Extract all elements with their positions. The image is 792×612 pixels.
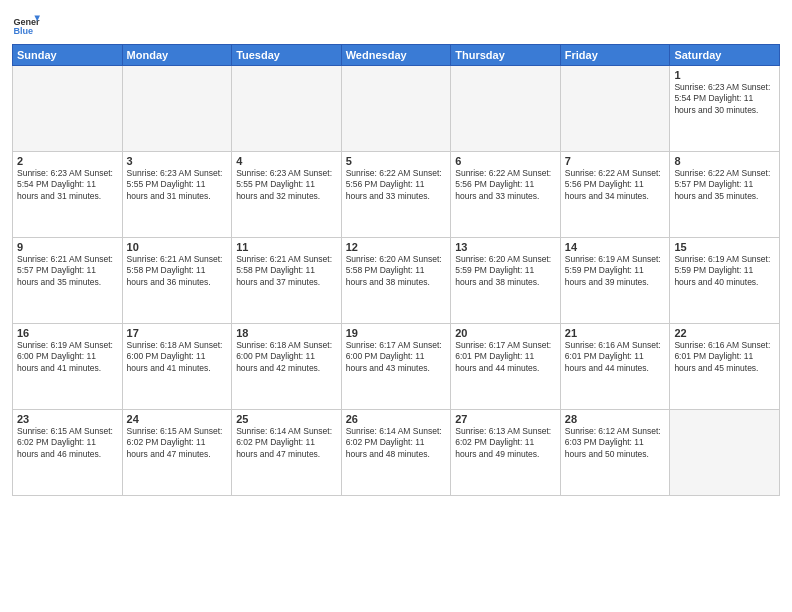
day-info: Sunrise: 6:23 AM Sunset: 5:55 PM Dayligh… <box>236 168 337 202</box>
weekday-header-row: SundayMondayTuesdayWednesdayThursdayFrid… <box>13 45 780 66</box>
calendar-cell: 23Sunrise: 6:15 AM Sunset: 6:02 PM Dayli… <box>13 410 123 496</box>
weekday-header-tuesday: Tuesday <box>232 45 342 66</box>
day-number: 9 <box>17 241 118 253</box>
svg-text:Blue: Blue <box>13 26 33 36</box>
day-info: Sunrise: 6:21 AM Sunset: 5:57 PM Dayligh… <box>17 254 118 288</box>
day-number: 13 <box>455 241 556 253</box>
day-info: Sunrise: 6:19 AM Sunset: 5:59 PM Dayligh… <box>674 254 775 288</box>
day-number: 20 <box>455 327 556 339</box>
calendar-cell: 19Sunrise: 6:17 AM Sunset: 6:00 PM Dayli… <box>341 324 451 410</box>
calendar-cell: 13Sunrise: 6:20 AM Sunset: 5:59 PM Dayli… <box>451 238 561 324</box>
day-info: Sunrise: 6:18 AM Sunset: 6:00 PM Dayligh… <box>127 340 228 374</box>
calendar-cell <box>122 66 232 152</box>
day-info: Sunrise: 6:15 AM Sunset: 6:02 PM Dayligh… <box>127 426 228 460</box>
calendar-cell: 10Sunrise: 6:21 AM Sunset: 5:58 PM Dayli… <box>122 238 232 324</box>
calendar-cell: 6Sunrise: 6:22 AM Sunset: 5:56 PM Daylig… <box>451 152 561 238</box>
day-info: Sunrise: 6:23 AM Sunset: 5:54 PM Dayligh… <box>17 168 118 202</box>
calendar-cell: 21Sunrise: 6:16 AM Sunset: 6:01 PM Dayli… <box>560 324 670 410</box>
calendar-cell <box>451 66 561 152</box>
day-info: Sunrise: 6:22 AM Sunset: 5:56 PM Dayligh… <box>565 168 666 202</box>
calendar-cell: 22Sunrise: 6:16 AM Sunset: 6:01 PM Dayli… <box>670 324 780 410</box>
day-info: Sunrise: 6:18 AM Sunset: 6:00 PM Dayligh… <box>236 340 337 374</box>
day-number: 17 <box>127 327 228 339</box>
day-number: 16 <box>17 327 118 339</box>
day-info: Sunrise: 6:19 AM Sunset: 6:00 PM Dayligh… <box>17 340 118 374</box>
day-number: 21 <box>565 327 666 339</box>
calendar-cell: 28Sunrise: 6:12 AM Sunset: 6:03 PM Dayli… <box>560 410 670 496</box>
calendar-cell: 16Sunrise: 6:19 AM Sunset: 6:00 PM Dayli… <box>13 324 123 410</box>
week-row-3: 9Sunrise: 6:21 AM Sunset: 5:57 PM Daylig… <box>13 238 780 324</box>
day-number: 12 <box>346 241 447 253</box>
day-info: Sunrise: 6:22 AM Sunset: 5:57 PM Dayligh… <box>674 168 775 202</box>
day-number: 4 <box>236 155 337 167</box>
calendar-cell: 27Sunrise: 6:13 AM Sunset: 6:02 PM Dayli… <box>451 410 561 496</box>
day-number: 26 <box>346 413 447 425</box>
calendar-cell: 7Sunrise: 6:22 AM Sunset: 5:56 PM Daylig… <box>560 152 670 238</box>
day-number: 22 <box>674 327 775 339</box>
day-info: Sunrise: 6:21 AM Sunset: 5:58 PM Dayligh… <box>127 254 228 288</box>
calendar-cell: 25Sunrise: 6:14 AM Sunset: 6:02 PM Dayli… <box>232 410 342 496</box>
day-number: 23 <box>17 413 118 425</box>
calendar-cell: 17Sunrise: 6:18 AM Sunset: 6:00 PM Dayli… <box>122 324 232 410</box>
calendar-cell <box>13 66 123 152</box>
weekday-header-friday: Friday <box>560 45 670 66</box>
day-info: Sunrise: 6:14 AM Sunset: 6:02 PM Dayligh… <box>236 426 337 460</box>
calendar-cell <box>341 66 451 152</box>
day-info: Sunrise: 6:12 AM Sunset: 6:03 PM Dayligh… <box>565 426 666 460</box>
day-info: Sunrise: 6:15 AM Sunset: 6:02 PM Dayligh… <box>17 426 118 460</box>
day-info: Sunrise: 6:21 AM Sunset: 5:58 PM Dayligh… <box>236 254 337 288</box>
day-number: 8 <box>674 155 775 167</box>
day-info: Sunrise: 6:23 AM Sunset: 5:55 PM Dayligh… <box>127 168 228 202</box>
logo: General Blue <box>12 10 40 38</box>
day-info: Sunrise: 6:16 AM Sunset: 6:01 PM Dayligh… <box>674 340 775 374</box>
header: General Blue <box>12 10 780 38</box>
day-number: 11 <box>236 241 337 253</box>
week-row-5: 23Sunrise: 6:15 AM Sunset: 6:02 PM Dayli… <box>13 410 780 496</box>
calendar-cell: 4Sunrise: 6:23 AM Sunset: 5:55 PM Daylig… <box>232 152 342 238</box>
week-row-1: 1Sunrise: 6:23 AM Sunset: 5:54 PM Daylig… <box>13 66 780 152</box>
weekday-header-sunday: Sunday <box>13 45 123 66</box>
page: General Blue SundayMondayTuesdayWednesda… <box>0 0 792 612</box>
week-row-4: 16Sunrise: 6:19 AM Sunset: 6:00 PM Dayli… <box>13 324 780 410</box>
weekday-header-wednesday: Wednesday <box>341 45 451 66</box>
weekday-header-thursday: Thursday <box>451 45 561 66</box>
calendar-cell: 14Sunrise: 6:19 AM Sunset: 5:59 PM Dayli… <box>560 238 670 324</box>
day-info: Sunrise: 6:20 AM Sunset: 5:59 PM Dayligh… <box>455 254 556 288</box>
day-info: Sunrise: 6:14 AM Sunset: 6:02 PM Dayligh… <box>346 426 447 460</box>
calendar-cell: 24Sunrise: 6:15 AM Sunset: 6:02 PM Dayli… <box>122 410 232 496</box>
day-number: 19 <box>346 327 447 339</box>
day-number: 2 <box>17 155 118 167</box>
day-number: 27 <box>455 413 556 425</box>
calendar-cell: 12Sunrise: 6:20 AM Sunset: 5:58 PM Dayli… <box>341 238 451 324</box>
day-info: Sunrise: 6:23 AM Sunset: 5:54 PM Dayligh… <box>674 82 775 116</box>
calendar-cell: 1Sunrise: 6:23 AM Sunset: 5:54 PM Daylig… <box>670 66 780 152</box>
calendar-cell <box>232 66 342 152</box>
calendar-cell <box>560 66 670 152</box>
day-info: Sunrise: 6:20 AM Sunset: 5:58 PM Dayligh… <box>346 254 447 288</box>
calendar-cell: 9Sunrise: 6:21 AM Sunset: 5:57 PM Daylig… <box>13 238 123 324</box>
day-number: 7 <box>565 155 666 167</box>
calendar-cell: 18Sunrise: 6:18 AM Sunset: 6:00 PM Dayli… <box>232 324 342 410</box>
day-number: 24 <box>127 413 228 425</box>
day-info: Sunrise: 6:22 AM Sunset: 5:56 PM Dayligh… <box>346 168 447 202</box>
day-info: Sunrise: 6:13 AM Sunset: 6:02 PM Dayligh… <box>455 426 556 460</box>
calendar-cell: 11Sunrise: 6:21 AM Sunset: 5:58 PM Dayli… <box>232 238 342 324</box>
day-number: 6 <box>455 155 556 167</box>
day-number: 10 <box>127 241 228 253</box>
weekday-header-saturday: Saturday <box>670 45 780 66</box>
day-number: 3 <box>127 155 228 167</box>
day-number: 18 <box>236 327 337 339</box>
day-info: Sunrise: 6:17 AM Sunset: 6:00 PM Dayligh… <box>346 340 447 374</box>
day-number: 14 <box>565 241 666 253</box>
day-number: 5 <box>346 155 447 167</box>
logo-icon: General Blue <box>12 10 40 38</box>
week-row-2: 2Sunrise: 6:23 AM Sunset: 5:54 PM Daylig… <box>13 152 780 238</box>
day-info: Sunrise: 6:16 AM Sunset: 6:01 PM Dayligh… <box>565 340 666 374</box>
calendar-cell: 8Sunrise: 6:22 AM Sunset: 5:57 PM Daylig… <box>670 152 780 238</box>
calendar: SundayMondayTuesdayWednesdayThursdayFrid… <box>12 44 780 496</box>
calendar-cell: 3Sunrise: 6:23 AM Sunset: 5:55 PM Daylig… <box>122 152 232 238</box>
weekday-header-monday: Monday <box>122 45 232 66</box>
calendar-cell: 2Sunrise: 6:23 AM Sunset: 5:54 PM Daylig… <box>13 152 123 238</box>
day-info: Sunrise: 6:22 AM Sunset: 5:56 PM Dayligh… <box>455 168 556 202</box>
day-number: 1 <box>674 69 775 81</box>
